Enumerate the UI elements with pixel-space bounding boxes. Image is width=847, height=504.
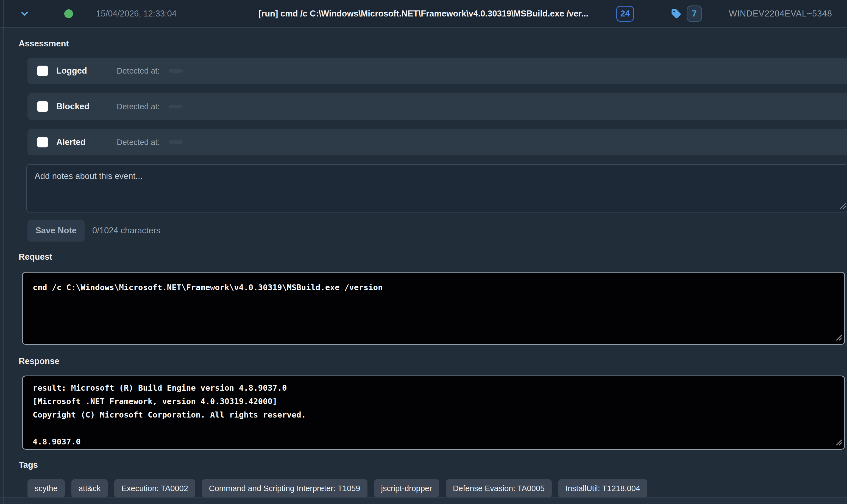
response-codebox[interactable]: result: Microsoft (R) Build Engine versi…	[22, 376, 845, 450]
collapse-chevron-button[interactable]	[19, 8, 31, 20]
detected-at-value-placeholder	[169, 140, 183, 144]
blocked-checkbox[interactable]	[37, 101, 48, 112]
blocked-label: Blocked	[56, 102, 117, 111]
chevron-down-icon	[19, 8, 30, 19]
response-resize-grip[interactable]	[835, 438, 842, 447]
assessment-row-alerted: Alerted Detected at:	[28, 129, 847, 155]
event-title: [run] cmd /c C:\Windows\Microsoft.NET\Fr…	[259, 9, 588, 19]
tag-chip[interactable]: scythe	[28, 479, 65, 498]
tag-chip[interactable]: Command and Scripting Interpreter: T1059	[202, 479, 368, 498]
events-count-badge: 24	[616, 6, 634, 22]
tag-chip[interactable]: Execution: TA0002	[114, 479, 195, 498]
detected-at-value-placeholder	[169, 69, 183, 73]
response-text: result: Microsoft (R) Build Engine versi…	[33, 381, 834, 449]
tags-list: scythe att&ck Execution: TA0002 Command …	[28, 479, 847, 498]
detected-at-label: Detected at:	[117, 67, 160, 75]
request-codebox[interactable]: cmd /c C:\Windows\Microsoft.NET\Framewor…	[22, 272, 845, 345]
detected-at-label: Detected at:	[117, 102, 160, 111]
detected-at-label: Detected at:	[117, 138, 160, 147]
response-heading: Response	[19, 357, 847, 365]
tag-icon	[671, 8, 682, 19]
event-timestamp: 15/04/2026, 12:33:04	[96, 9, 177, 19]
tags-count-badge: 7	[687, 5, 702, 22]
request-heading: Request	[19, 253, 847, 261]
hostname-label: WINDEV2204EVAL~5348	[729, 9, 832, 19]
request-text: cmd /c C:\Windows\Microsoft.NET\Framewor…	[33, 281, 834, 294]
tag-chip[interactable]: jscript-dropper	[374, 479, 439, 498]
event-row-header: 15/04/2026, 12:33:04 [run] cmd /c C:\Win…	[0, 0, 847, 28]
event-detail-panel: 15/04/2026, 12:33:04 [run] cmd /c C:\Win…	[0, 0, 847, 504]
tag-chip[interactable]: att&ck	[71, 479, 108, 498]
char-count-label: 0/1024 characters	[92, 226, 160, 236]
notes-actions: Save Note 0/1024 characters	[28, 220, 847, 241]
detected-at-value-placeholder	[169, 105, 183, 108]
tag-chip[interactable]: InstallUtil: T1218.004	[558, 479, 647, 498]
left-rail-divider	[3, 0, 4, 504]
status-dot	[64, 9, 73, 18]
tag-chip[interactable]: Defense Evasion: TA0005	[446, 479, 552, 498]
assessment-row-logged: Logged Detected at:	[28, 58, 847, 84]
save-note-button[interactable]: Save Note	[28, 220, 85, 241]
event-expanded-content: Assessment Logged Detected at: Blocked D…	[0, 39, 847, 498]
request-resize-grip[interactable]	[835, 334, 842, 342]
next-row-divider	[0, 498, 847, 504]
header-right-cluster: 24 7 WINDEV2204EVAL~5348	[616, 5, 847, 22]
assessment-row-blocked: Blocked Detected at:	[28, 93, 847, 120]
alerted-checkbox[interactable]	[37, 137, 48, 147]
alerted-label: Alerted	[56, 137, 117, 147]
notes-field-wrap	[27, 164, 847, 213]
tags-heading: Tags	[19, 461, 847, 469]
logged-checkbox[interactable]	[37, 66, 48, 76]
logged-label: Logged	[56, 66, 117, 76]
notes-resize-grip[interactable]	[839, 202, 846, 210]
assessment-heading: Assessment	[19, 39, 847, 48]
notes-input[interactable]	[27, 164, 847, 213]
